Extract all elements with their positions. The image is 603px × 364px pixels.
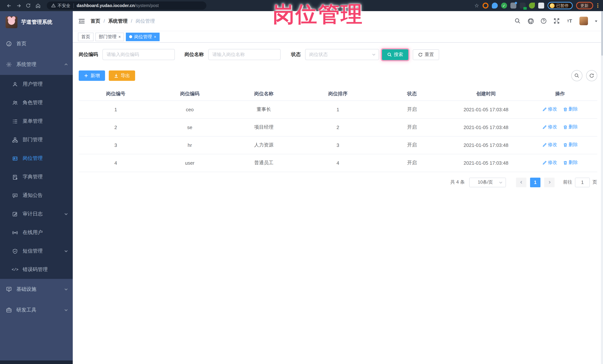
browser-toolbar: 不安全 dashboard.yudao.iocoder.cn/system/po… xyxy=(0,0,603,11)
browser-menu-icon[interactable] xyxy=(596,3,599,8)
scrollbar[interactable] xyxy=(601,11,603,364)
extensions-puzzle-icon[interactable] xyxy=(538,3,544,9)
goto-page-input[interactable] xyxy=(575,177,590,187)
recording-paused-badge[interactable]: 已暂停 xyxy=(547,2,573,9)
edit-link[interactable]: 修改 xyxy=(542,142,557,148)
delete-link[interactable]: 删除 xyxy=(563,124,578,130)
post-table: 岗位编号 岗位编码 岗位名称 岗位排序 状态 创建时间 操作 1 ceo xyxy=(79,88,597,172)
sidebar-item-label: 用户管理 xyxy=(23,81,68,88)
col-status: 状态 xyxy=(375,88,449,100)
search-icon xyxy=(387,52,392,57)
sidebar-item-dev-tools[interactable]: 研发工具 xyxy=(0,300,73,320)
dashboard-icon xyxy=(6,41,12,47)
app-root: 不安全 dashboard.yudao.iocoder.cn/system/po… xyxy=(0,0,603,364)
edit-link[interactable]: 修改 xyxy=(542,160,557,166)
pagination: 共 4 条 1 前往 xyxy=(79,177,597,187)
tab-home[interactable]: 首页 xyxy=(78,33,93,41)
status-select-input[interactable] xyxy=(305,49,379,60)
breadcrumb-home[interactable]: 首页 xyxy=(91,18,100,24)
delete-link[interactable]: 删除 xyxy=(563,142,578,148)
search-button[interactable]: 搜索 xyxy=(382,49,408,60)
reload-icon[interactable] xyxy=(24,2,32,9)
chevron-down-icon xyxy=(499,180,503,185)
table-row: 1 ceo 董事长 1 开启 2021-01-05 17:03:48 修改 删除 xyxy=(79,100,597,118)
url-host: dashboard.yudao.iocoder.cn xyxy=(77,3,135,8)
edit-link[interactable]: 修改 xyxy=(542,124,557,130)
chevron-down-icon xyxy=(64,249,68,253)
edit-link[interactable]: 修改 xyxy=(542,106,557,112)
address-bar[interactable]: 不安全 dashboard.yudao.iocoder.cn/system/po… xyxy=(47,1,206,10)
next-page-button[interactable] xyxy=(544,177,555,187)
status-select[interactable] xyxy=(305,49,379,60)
sidebar-item-roles[interactable]: 角色管理 xyxy=(0,93,73,112)
fullscreen-icon[interactable] xyxy=(553,18,560,24)
browser-update-button[interactable]: 更新 xyxy=(576,2,593,9)
home-icon[interactable] xyxy=(34,2,42,9)
prev-page-button[interactable] xyxy=(516,177,526,187)
breadcrumb-separator: / xyxy=(104,18,105,24)
extension-orange-icon[interactable] xyxy=(482,3,488,9)
sidebar-item-notice[interactable]: 通知公告 xyxy=(0,186,73,205)
sidebar-item-posts[interactable]: 岗位管理 xyxy=(0,149,73,168)
sidebar-item-menus[interactable]: 菜单管理 xyxy=(0,112,73,131)
sidebar-menu: 首页 系统管理 用户管理 xyxy=(0,33,73,360)
scrollbar-thumb[interactable] xyxy=(601,11,603,56)
sidebar-item-audit-log[interactable]: 审计日志 xyxy=(0,205,73,223)
add-button[interactable]: 新增 xyxy=(79,70,105,81)
sidebar-collapse-bar[interactable] xyxy=(0,360,73,364)
reset-button[interactable]: 重置 xyxy=(413,49,439,60)
close-icon[interactable]: × xyxy=(118,35,121,39)
forward-icon[interactable] xyxy=(15,2,22,9)
post-name-input[interactable] xyxy=(208,49,281,60)
sidebar-item-system[interactable]: 系统管理 xyxy=(0,54,73,75)
page-size-select[interactable] xyxy=(469,177,506,187)
extension-sprout-icon[interactable] xyxy=(529,3,535,9)
font-size-icon[interactable]: TT xyxy=(566,18,573,24)
sidebar-item-dict[interactable]: 字典管理 xyxy=(0,168,73,186)
tab-post-management[interactable]: 岗位管理 × xyxy=(126,33,160,41)
delete-link[interactable]: 删除 xyxy=(563,160,578,166)
security-chip[interactable]: 不安全 xyxy=(51,3,70,8)
sidebar-item-users[interactable]: 用户管理 xyxy=(0,75,73,93)
app-logo-row[interactable]: 芋道管理系统 xyxy=(0,11,73,33)
table-header-row: 岗位编号 岗位编码 岗位名称 岗位排序 状态 创建时间 操作 xyxy=(79,88,597,100)
sidebar-item-infrastructure[interactable]: 基础设施 xyxy=(0,279,73,300)
close-icon[interactable]: × xyxy=(154,35,156,39)
back-icon[interactable] xyxy=(5,2,13,9)
message-icon xyxy=(12,192,18,199)
refresh-button[interactable] xyxy=(586,70,597,81)
extension-dark-icon[interactable] xyxy=(520,3,525,9)
sidebar-item-label: 首页 xyxy=(16,40,68,47)
sidebar-item-sms[interactable]: 短信管理 xyxy=(0,242,73,260)
page-content: 岗位编码 岗位名称 状态 搜索 xyxy=(73,43,603,364)
pencil-icon xyxy=(542,161,547,165)
avatar[interactable] xyxy=(579,17,588,25)
sidebar-collapse-icon[interactable] xyxy=(78,17,85,25)
page-number-1[interactable]: 1 xyxy=(530,177,540,187)
extension-gray-icon[interactable] xyxy=(510,3,516,9)
sidebar-item-depts[interactable]: 部门管理 xyxy=(0,131,73,149)
sidebar-item-error-codes[interactable]: </> 错误码管理 xyxy=(0,260,73,279)
extension-check-icon[interactable]: ✓ xyxy=(501,3,507,9)
pencil-icon xyxy=(542,143,547,147)
extension-pin-icon[interactable] xyxy=(492,3,498,9)
status-text: 开启 xyxy=(375,136,449,154)
tab-label: 首页 xyxy=(81,33,90,40)
gear-icon xyxy=(6,61,12,68)
col-actions: 操作 xyxy=(523,88,597,100)
url-text[interactable]: dashboard.yudao.iocoder.cn/system/post xyxy=(77,3,159,8)
post-code-input[interactable] xyxy=(103,49,175,60)
delete-link[interactable]: 删除 xyxy=(563,106,578,112)
toggle-search-button[interactable] xyxy=(571,70,582,81)
bookmark-star-icon[interactable]: ☆ xyxy=(474,3,479,9)
tab-dept-management[interactable]: 部门管理 × xyxy=(95,33,124,41)
tab-label: 岗位管理 xyxy=(134,33,152,40)
help-icon[interactable] xyxy=(540,18,547,24)
sidebar-item-online-users[interactable]: 在线用户 xyxy=(0,223,73,242)
chevron-down-icon[interactable] xyxy=(594,19,598,23)
github-icon[interactable] xyxy=(527,18,534,24)
sidebar-item-home[interactable]: 首页 xyxy=(0,33,73,54)
breadcrumb-system[interactable]: 系统管理 xyxy=(108,18,128,24)
export-button[interactable]: 导出 xyxy=(109,70,135,81)
search-icon[interactable] xyxy=(514,18,521,24)
